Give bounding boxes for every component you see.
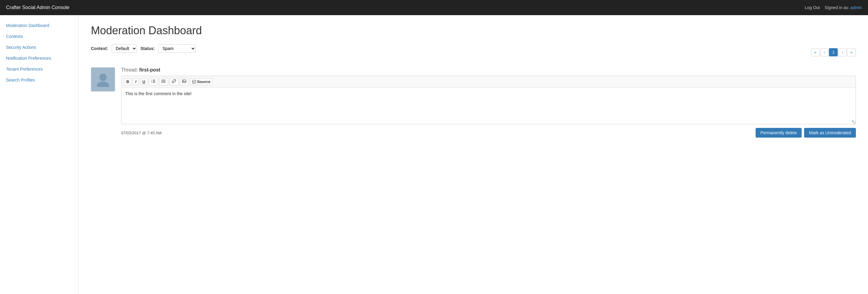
sidebar-item-contexts[interactable]: Contexts [0, 31, 79, 42]
source-button[interactable]: </> Source [190, 78, 213, 85]
layout: Moderation Dashboard Contexts Security A… [0, 15, 868, 294]
editor-wrapper: B I U 1 2 3 [121, 76, 856, 124]
filter-bar: Context: Default Status: Spam Unmoderate… [91, 44, 196, 53]
admin-user-link[interactable]: admin [850, 5, 862, 10]
app-title: Crafter Social Admin Console [6, 5, 69, 10]
svg-point-15 [183, 80, 184, 81]
context-select[interactable]: Default [112, 44, 137, 53]
ordered-list-icon: 1 2 3 [151, 79, 155, 83]
ordered-list-button[interactable]: 1 2 3 [149, 78, 158, 86]
comment-footer: 07/03/2017 @ 7:45 AM Permanently delete … [121, 128, 856, 138]
sidebar-item-tenant-preferences[interactable]: Tenant Preferences [0, 64, 79, 75]
svg-point-10 [162, 82, 163, 83]
pagination-next[interactable]: › [838, 48, 846, 56]
image-button[interactable] [180, 78, 189, 86]
editor-body[interactable]: This is the first comment in the site! ▼ [122, 88, 856, 124]
comment-content: Thread: first-post B I U [121, 67, 856, 138]
pagination-prev[interactable]: ‹ [820, 48, 828, 56]
resize-handle[interactable]: ▼ [851, 120, 855, 123]
header: Crafter Social Admin Console Log Out Sig… [0, 0, 868, 15]
comment-card: Thread: first-post B I U [91, 67, 856, 138]
unordered-list-icon [161, 79, 166, 83]
svg-text:</>: </> [193, 81, 196, 83]
sidebar-item-moderation-dashboard[interactable]: Moderation Dashboard [0, 20, 79, 31]
sidebar-item-notification-preferences[interactable]: Notification Preferences [0, 53, 79, 64]
link-icon [172, 79, 176, 83]
sidebar-item-security-actions[interactable]: Security Actions [0, 42, 79, 53]
thread-name: first-post [140, 67, 160, 72]
logout-link[interactable]: Log Out [805, 5, 820, 10]
sidebar-item-search-profiles[interactable]: Search Profiles [0, 75, 79, 86]
bold-button[interactable]: B [124, 78, 131, 85]
page-title: Moderation Dashboard [91, 24, 856, 37]
comment-text: This is the first comment in the site! [125, 91, 852, 96]
avatar [91, 67, 115, 91]
permanently-delete-button[interactable]: Permanently delete [755, 128, 802, 138]
svg-point-9 [162, 81, 163, 82]
header-right: Log Out Signed in as: admin [805, 5, 862, 10]
signed-in-text: Signed in as: admin [825, 5, 862, 10]
status-select[interactable]: Spam Unmoderated Approved Trash [158, 44, 196, 53]
status-label: Status: [141, 46, 155, 51]
mark-unmoderated-button[interactable]: Mark as Unmoderated [804, 128, 856, 138]
underline-button[interactable]: U [140, 78, 148, 85]
svg-point-8 [162, 80, 163, 81]
editor-toolbar: B I U 1 2 3 [122, 76, 856, 88]
svg-rect-14 [182, 80, 186, 83]
comment-timestamp: 07/03/2017 @ 7:45 AM [121, 130, 161, 135]
link-button[interactable] [169, 78, 179, 86]
context-label: Context: [91, 46, 108, 51]
comment-actions: Permanently delete Mark as Unmoderated [755, 128, 856, 138]
pagination-first[interactable]: « [811, 48, 820, 56]
pagination: « ‹ 1 › » [811, 48, 856, 56]
thread-label: Thread: first-post [121, 67, 856, 73]
main-content: Moderation Dashboard Context: Default St… [79, 15, 868, 294]
avatar-icon [95, 72, 111, 87]
image-icon [182, 79, 186, 83]
svg-point-0 [99, 74, 106, 81]
unordered-list-button[interactable] [159, 78, 168, 86]
pagination-last[interactable]: » [847, 48, 856, 56]
pagination-current[interactable]: 1 [829, 48, 838, 56]
svg-text:3: 3 [151, 82, 152, 83]
italic-button[interactable]: I [133, 78, 139, 85]
sidebar: Moderation Dashboard Contexts Security A… [0, 15, 79, 294]
source-icon: </> [192, 80, 196, 84]
svg-point-1 [97, 82, 109, 87]
